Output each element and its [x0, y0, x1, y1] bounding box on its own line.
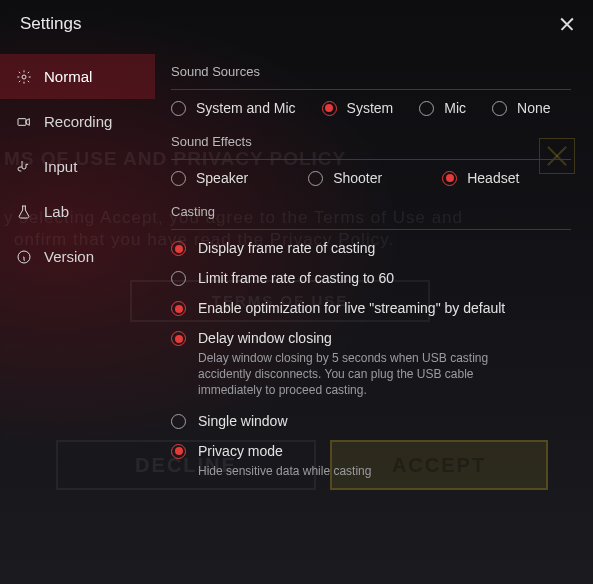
- radio-label: Shooter: [333, 170, 382, 186]
- toggle-enable-streaming-optimization[interactable]: Enable optimization for live "streaming"…: [171, 300, 571, 316]
- toggle-delay-window-closing[interactable]: Delay window closing Delay window closin…: [171, 330, 571, 399]
- content-pane: Sound Sources System and Mic System Mic …: [155, 44, 593, 584]
- radio-label: System: [347, 100, 394, 116]
- radio-label: Headset: [467, 170, 519, 186]
- sound-effects-group: Speaker Shooter Headset: [171, 170, 571, 186]
- radio-speaker[interactable]: Speaker: [171, 170, 248, 186]
- option-label: Single window: [198, 413, 288, 429]
- radio-label: System and Mic: [196, 100, 296, 116]
- toggle-single-window[interactable]: Single window: [171, 413, 571, 429]
- sidebar-item-normal[interactable]: Normal: [0, 54, 155, 99]
- sidebar-item-recording[interactable]: Recording: [0, 99, 155, 144]
- sound-sources-group: System and Mic System Mic None: [171, 100, 571, 116]
- radio-label: None: [517, 100, 550, 116]
- divider: [171, 89, 571, 90]
- svg-rect-1: [18, 118, 26, 125]
- sidebar-item-version[interactable]: Version: [0, 234, 155, 279]
- option-label: Display frame rate of casting: [198, 240, 375, 256]
- option-description: Delay window closing by 5 seconds when U…: [198, 350, 538, 399]
- radio-label: Mic: [444, 100, 466, 116]
- settings-title: Settings: [20, 14, 81, 34]
- radio-mic[interactable]: Mic: [419, 100, 466, 116]
- section-title-sound-sources: Sound Sources: [171, 64, 571, 79]
- radio-shooter[interactable]: Shooter: [308, 170, 382, 186]
- pointer-icon: [16, 159, 32, 175]
- info-icon: [16, 249, 32, 265]
- svg-point-0: [22, 75, 26, 79]
- gear-icon: [16, 69, 32, 85]
- section-title-sound-effects: Sound Effects: [171, 134, 571, 149]
- toggle-display-frame-rate[interactable]: Display frame rate of casting: [171, 240, 571, 256]
- radio-none[interactable]: None: [492, 100, 550, 116]
- sidebar-item-label: Input: [44, 158, 77, 175]
- toggle-limit-frame-rate[interactable]: Limit frame rate of casting to 60: [171, 270, 571, 286]
- sidebar-item-lab[interactable]: Lab: [0, 189, 155, 234]
- flask-icon: [16, 204, 32, 220]
- section-title-casting: Casting: [171, 204, 571, 219]
- sidebar-item-label: Version: [44, 248, 94, 265]
- option-description: Hide sensitive data while casting: [198, 463, 371, 479]
- option-label: Delay window closing: [198, 330, 538, 346]
- close-icon[interactable]: [559, 16, 575, 32]
- radio-headset[interactable]: Headset: [442, 170, 519, 186]
- sidebar-item-input[interactable]: Input: [0, 144, 155, 189]
- radio-system[interactable]: System: [322, 100, 394, 116]
- sidebar: Normal Recording Input Lab: [0, 44, 155, 584]
- option-label: Privacy mode: [198, 443, 371, 459]
- divider: [171, 229, 571, 230]
- divider: [171, 159, 571, 160]
- sidebar-item-label: Recording: [44, 113, 112, 130]
- camera-icon: [16, 114, 32, 130]
- radio-system-and-mic[interactable]: System and Mic: [171, 100, 296, 116]
- option-label: Limit frame rate of casting to 60: [198, 270, 394, 286]
- sidebar-item-label: Normal: [44, 68, 92, 85]
- sidebar-item-label: Lab: [44, 203, 69, 220]
- radio-label: Speaker: [196, 170, 248, 186]
- option-label: Enable optimization for live "streaming"…: [198, 300, 505, 316]
- casting-options: Display frame rate of casting Limit fram…: [171, 240, 571, 479]
- toggle-privacy-mode[interactable]: Privacy mode Hide sensitive data while c…: [171, 443, 571, 479]
